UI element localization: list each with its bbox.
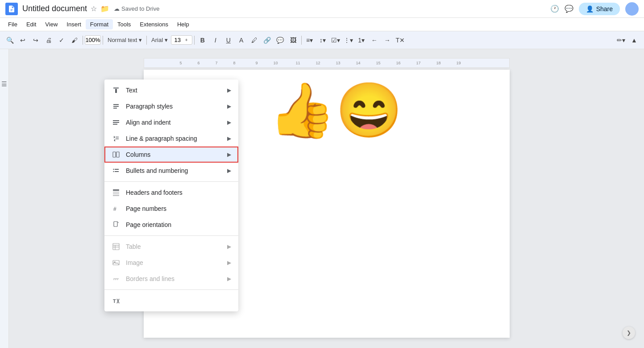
- undo-button[interactable]: ↩: [17, 34, 29, 46]
- folder-icon[interactable]: 📁: [100, 4, 109, 13]
- ruler-mark-13: 13: [336, 61, 341, 65]
- ruler-mark-8: 8: [233, 61, 236, 65]
- svg-rect-0: [113, 88, 119, 88]
- toolbar-format-group: B I U A 🖊 🔗 💬 🖼: [196, 34, 299, 46]
- divider-5: [301, 36, 302, 45]
- print-button[interactable]: 🖨: [42, 34, 55, 46]
- borders-icon: [112, 274, 120, 283]
- bold-button[interactable]: B: [196, 34, 209, 46]
- svg-rect-1: [115, 89, 117, 93]
- svg-rect-17: [113, 192, 119, 193]
- menu-item-align-indent[interactable]: Align and indent ▶: [104, 114, 238, 130]
- ruler-mark-16: 16: [396, 61, 401, 65]
- clear-format-icon: T: [112, 296, 120, 305]
- svg-rect-11: [116, 152, 119, 157]
- collapse-button[interactable]: ❯: [623, 327, 635, 339]
- bullet-list-dropdown[interactable]: ⋮▾: [342, 34, 355, 46]
- paint-format-button[interactable]: 🖌: [68, 34, 81, 46]
- image-insert-button[interactable]: 🖼: [287, 34, 299, 46]
- svg-rect-10: [113, 152, 116, 157]
- spacing-icon: [112, 134, 120, 143]
- font-family-dropdown[interactable]: Arial ▾: [149, 34, 170, 46]
- svg-rect-18: [113, 193, 119, 194]
- list-icon: ☰: [1, 80, 7, 88]
- menu-item-text[interactable]: Text ▶: [104, 82, 238, 98]
- text-icon: [112, 86, 120, 95]
- highlight-button[interactable]: 🖊: [248, 34, 261, 46]
- toolbar-undo-group: 🔍 ↩ ↪ 🖨 ✓ 🖌: [4, 34, 81, 46]
- svg-text:T: T: [113, 298, 116, 304]
- line-spacing-arrow: ▶: [227, 135, 231, 142]
- increase-indent-button[interactable]: →: [381, 34, 394, 46]
- toolbar-style-group: Normal text ▾: [105, 34, 145, 46]
- page-orientation-icon: [112, 220, 120, 229]
- text-arrow: ▶: [227, 87, 231, 93]
- comment-icon[interactable]: 💬: [565, 4, 573, 13]
- font-size-value[interactable]: 13: [173, 37, 182, 43]
- pen-mode-button[interactable]: ✏▾: [615, 34, 627, 46]
- bullets-icon: [112, 166, 120, 175]
- menu-item-paragraph-styles[interactable]: Paragraph styles ▶: [104, 98, 238, 114]
- table-arrow: ▶: [227, 243, 231, 250]
- menu-file[interactable]: File: [4, 19, 22, 29]
- menu-item-line-spacing[interactable]: Line & paragraph spacing ▶: [104, 130, 238, 147]
- line-spacing-dropdown[interactable]: ↕▾: [316, 34, 329, 46]
- link-button[interactable]: 🔗: [261, 34, 274, 46]
- menu-help[interactable]: Help: [173, 19, 194, 29]
- comment-insert-button[interactable]: 💬: [274, 34, 287, 46]
- menu-item-clear-formatting[interactable]: T: [104, 293, 238, 309]
- menu-extensions[interactable]: Extensions: [135, 19, 173, 29]
- svg-rect-16: [113, 189, 119, 191]
- collapse-toolbar-button[interactable]: ▲: [628, 34, 640, 46]
- menu-tools[interactable]: Tools: [113, 19, 135, 29]
- page-numbers-label: Page numbers: [126, 205, 231, 212]
- menu-item-columns[interactable]: Columns ▶: [104, 147, 238, 163]
- search-button[interactable]: 🔍: [4, 34, 16, 46]
- zoom-level[interactable]: 100%: [85, 35, 101, 45]
- clear-format-toolbar[interactable]: T✕: [394, 34, 407, 46]
- columns-label: Columns: [126, 151, 224, 158]
- divider-2: [103, 36, 103, 45]
- menu-edit[interactable]: Edit: [22, 19, 41, 29]
- menu-insert[interactable]: Insert: [62, 19, 86, 29]
- underline-button[interactable]: U: [222, 34, 235, 46]
- share-button[interactable]: 👤 Share: [579, 3, 620, 15]
- history-icon[interactable]: 🕐: [550, 4, 559, 13]
- checklist-dropdown[interactable]: ☑▾: [329, 34, 342, 46]
- menu-item-page-orientation[interactable]: Page orientation: [104, 217, 238, 233]
- italic-button[interactable]: I: [209, 34, 222, 46]
- toolbar-align-group: ≡▾ ↕▾ ☑▾ ⋮▾ 1▾ ← → T✕: [303, 34, 407, 46]
- menu-item-page-numbers[interactable]: # Page numbers: [104, 201, 238, 217]
- divider-3: [146, 36, 147, 45]
- font-size-increase[interactable]: +: [183, 37, 190, 43]
- menu-item-headers[interactable]: Headers and footers: [104, 184, 238, 201]
- align-dropdown[interactable]: ≡▾: [303, 34, 316, 46]
- menu-format[interactable]: Format: [86, 19, 113, 29]
- spellcheck-button[interactable]: ✓: [55, 34, 68, 46]
- ruler-mark-15: 15: [376, 61, 381, 65]
- star-icon[interactable]: ☆: [91, 4, 97, 13]
- avatar[interactable]: [625, 2, 639, 16]
- table-icon: [112, 242, 120, 251]
- numbered-list-dropdown[interactable]: 1▾: [355, 34, 368, 46]
- ruler-mark-7: 7: [216, 61, 218, 65]
- svg-rect-8: [116, 137, 119, 138]
- menu-item-table: Table ▶: [104, 239, 238, 255]
- menu-view[interactable]: View: [41, 19, 62, 29]
- headers-icon: [112, 188, 120, 197]
- paragraph-styles-arrow: ▶: [227, 103, 231, 109]
- format-menu[interactable]: Text ▶ Paragraph styles ▶: [104, 80, 238, 311]
- borders-label: Borders and lines: [126, 275, 224, 282]
- decrease-indent-button[interactable]: ←: [368, 34, 381, 46]
- columns-icon: [112, 150, 120, 159]
- redo-button[interactable]: ↪: [29, 34, 42, 46]
- app-icon: [5, 3, 18, 15]
- text-color-button[interactable]: A: [235, 34, 248, 46]
- separator-1: [104, 181, 238, 182]
- font-style-dropdown[interactable]: Normal text ▾: [105, 34, 145, 46]
- svg-point-14: [113, 171, 114, 172]
- ruler-mark-17: 17: [416, 61, 421, 65]
- menu-item-bullets[interactable]: Bullets and numbering ▶: [104, 163, 238, 179]
- menu-bar: File Edit View Insert Format Tools Exten…: [0, 18, 644, 31]
- svg-rect-19: [113, 195, 119, 196]
